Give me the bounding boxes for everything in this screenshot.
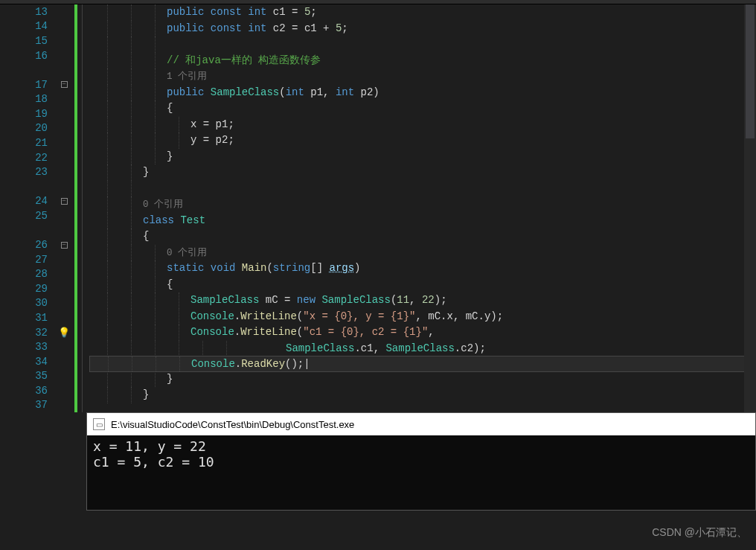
line-number: 22 xyxy=(0,152,54,164)
gutter-row: 22 xyxy=(0,150,74,165)
code-line[interactable]: public const int c2 = c1 + 5; xyxy=(89,21,756,37)
lightbulb-icon[interactable]: 💡 xyxy=(58,327,70,339)
indent-guide xyxy=(108,356,109,371)
gutter-row: 24− xyxy=(0,194,74,209)
vertical-scrollbar[interactable] xyxy=(744,4,756,412)
indent-guide xyxy=(107,181,108,197)
gutter-row: 13 xyxy=(0,4,74,19)
line-number: 15 xyxy=(0,35,54,47)
code-line[interactable]: 0 个引用 xyxy=(89,196,756,213)
code-area[interactable]: public const int c1 = 5;public const int… xyxy=(89,4,756,412)
fold-guide xyxy=(82,4,83,412)
code-line[interactable]: y = p2; xyxy=(89,132,756,149)
code-line[interactable]: public SampleClass(int p1, int p2) xyxy=(89,85,756,101)
code-text: public const int c1 = 5; xyxy=(167,6,317,18)
indent-guide xyxy=(131,260,132,277)
console-output: x = 11, y = 22 c1 = 5, c2 = 10 xyxy=(87,435,755,510)
indent-guide xyxy=(131,371,132,388)
indent-guide xyxy=(202,341,203,357)
indent-guide xyxy=(131,36,132,53)
fold-toggle[interactable]: − xyxy=(61,81,68,88)
gutter-row: 27 xyxy=(0,252,74,267)
code-line[interactable]: 0 个引用 xyxy=(89,245,756,261)
indent-guide xyxy=(179,292,179,309)
code-line[interactable]: x = p1; xyxy=(89,117,756,133)
line-number: 37 xyxy=(0,399,54,411)
code-line[interactable] xyxy=(89,181,756,197)
gutter-row: 14 xyxy=(0,19,74,34)
code-line[interactable]: 1 个引用 xyxy=(89,68,756,85)
code-line[interactable]: { xyxy=(89,277,756,293)
line-number: 19 xyxy=(0,108,54,120)
code-text: public const int c2 = c1 + 5; xyxy=(167,22,348,34)
code-line[interactable]: { xyxy=(89,228,756,245)
indent-guide xyxy=(107,132,108,149)
gutter-row: 18 xyxy=(0,92,74,106)
indent-guide xyxy=(107,277,108,293)
code-line[interactable]: } xyxy=(89,149,756,165)
code-line[interactable]: SampleClass.c1, SampleClass.c2); xyxy=(89,341,756,357)
indent-guide xyxy=(107,309,108,325)
code-text: } xyxy=(167,150,173,162)
gutter-row: 16 xyxy=(0,48,74,63)
indent-guide xyxy=(107,100,108,117)
scrollbar-thumb[interactable] xyxy=(746,4,755,138)
indent-guide xyxy=(179,324,179,341)
fold-toggle[interactable]: − xyxy=(61,198,68,205)
code-line[interactable]: Console.WriteLine("c1 = {0}, c2 = {1}", xyxy=(89,324,756,341)
indent-guide xyxy=(107,53,108,69)
line-number: 25 xyxy=(0,210,54,222)
indent-guide xyxy=(155,149,156,165)
code-line[interactable]: { xyxy=(89,100,756,117)
code-line[interactable]: Console.WriteLine("x = {0}, y = {1}", mC… xyxy=(89,309,756,325)
code-line[interactable]: SampleClass mC = new SampleClass(11, 22)… xyxy=(89,292,756,309)
code-editor[interactable]: 1314151617−18192021222324−2526−272829303… xyxy=(0,4,756,412)
line-number: 13 xyxy=(0,6,54,18)
code-line[interactable]: public const int c1 = 5; xyxy=(89,4,756,21)
indent-guide xyxy=(107,4,108,21)
indent-guide xyxy=(155,292,156,309)
code-line[interactable]: class Test xyxy=(89,213,756,229)
code-line[interactable]: } xyxy=(89,164,756,181)
code-line[interactable]: Console.ReadKey();| xyxy=(89,356,756,372)
code-text: 1 个引用 xyxy=(167,70,207,82)
indent-guide xyxy=(107,260,108,277)
indent-guide xyxy=(179,132,179,149)
fold-toggle[interactable]: − xyxy=(61,242,68,249)
gutter-row: 26− xyxy=(0,237,74,252)
console-titlebar[interactable]: ▭ E:\visualStudioCode\ConstTest\bin\Debu… xyxy=(87,413,755,435)
code-line[interactable] xyxy=(89,36,756,53)
gutter-row xyxy=(0,179,74,194)
indent-guide xyxy=(155,53,156,69)
code-line[interactable]: } xyxy=(89,387,756,403)
code-text: public SampleClass(int p1, int p2) xyxy=(167,86,379,98)
indent-guide xyxy=(155,132,156,149)
indent-guide xyxy=(131,164,132,181)
indent-guide xyxy=(155,245,156,261)
line-number: 26 xyxy=(0,239,54,251)
indent-guide xyxy=(155,309,156,325)
line-number: 17 xyxy=(0,79,54,91)
code-text: SampleClass.c1, SampleClass.c2); xyxy=(286,342,486,354)
line-number: 27 xyxy=(0,254,54,266)
gutter-row: 19 xyxy=(0,106,74,121)
code-line[interactable]: // 和java一样的 构造函数传参 xyxy=(89,53,756,69)
code-line[interactable]: static void Main(string[] args) xyxy=(89,260,756,277)
indent-guide xyxy=(131,292,132,309)
indent-guide xyxy=(107,68,108,85)
gutter-row: 23 xyxy=(0,164,74,179)
code-text: { xyxy=(143,230,149,242)
gutter-row: 29 xyxy=(0,281,74,296)
line-gutter: 1314151617−18192021222324−2526−272829303… xyxy=(0,4,74,412)
code-line[interactable]: } xyxy=(89,371,756,388)
code-text: static void Main(string[] args) xyxy=(167,262,361,274)
code-text: 0 个引用 xyxy=(143,198,183,210)
indent-guide xyxy=(131,245,132,261)
indent-guide xyxy=(226,341,227,357)
line-number: 35 xyxy=(0,370,54,382)
indent-guide xyxy=(179,356,180,371)
gutter-row: 17− xyxy=(0,77,74,92)
indent-guide xyxy=(131,132,132,149)
line-number: 14 xyxy=(0,20,54,32)
indent-guide xyxy=(156,356,156,371)
